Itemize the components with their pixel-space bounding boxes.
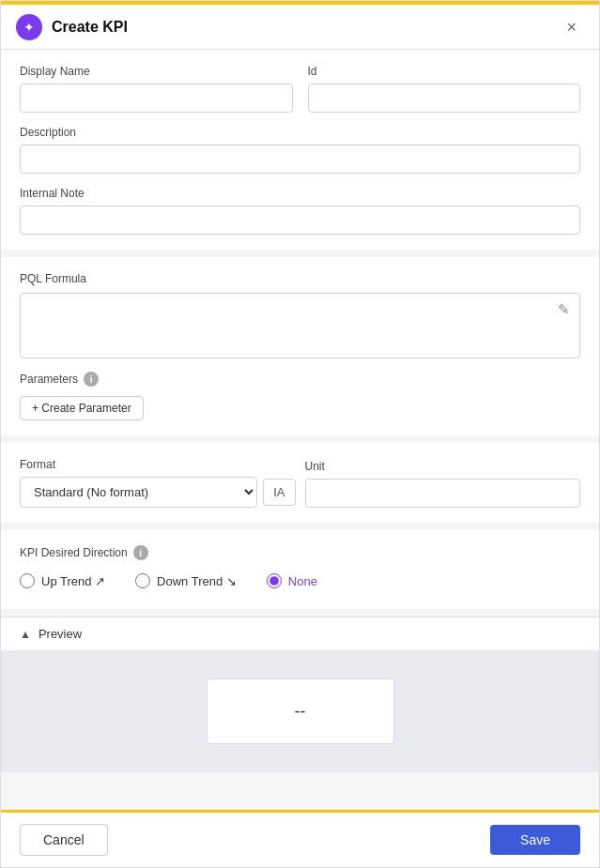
pql-label: PQL Formula <box>20 272 580 285</box>
name-id-row: Display Name Id <box>20 65 580 113</box>
preview-header[interactable]: ▲ Preview <box>1 617 599 650</box>
up-trend-radio[interactable] <box>20 573 35 588</box>
preview-section: ▲ Preview -- <box>1 617 599 772</box>
parameters-label: Parameters <box>20 373 78 386</box>
up-trend-option[interactable]: Up Trend ↗ <box>20 573 105 588</box>
pql-editor-wrapper: ✎ <box>20 293 580 358</box>
modal-title: Create KPI <box>52 19 559 36</box>
pql-edit-button[interactable]: ✎ <box>552 297 576 322</box>
internal-note-input[interactable] <box>20 206 580 235</box>
down-trend-radio[interactable] <box>135 573 150 588</box>
modal-body: Display Name Id Description Internal Not… <box>1 50 599 810</box>
down-trend-option[interactable]: Down Trend ↘ <box>135 573 237 588</box>
none-radio[interactable] <box>267 573 282 588</box>
kpi-icon: ✦ <box>16 14 42 40</box>
unit-label: Unit <box>305 460 581 473</box>
save-button[interactable]: Save <box>490 825 580 855</box>
description-input[interactable] <box>20 145 580 174</box>
internal-note-label: Internal Note <box>20 187 580 200</box>
preview-card: -- <box>207 678 394 744</box>
format-select[interactable]: Standard (No format) Percentage Currency… <box>20 477 257 508</box>
direction-info-icon: i <box>133 545 148 560</box>
format-row: Format Standard (No format) Percentage C… <box>20 458 580 508</box>
close-button[interactable]: × <box>559 15 584 39</box>
cancel-button[interactable]: Cancel <box>20 824 108 856</box>
preview-value: -- <box>295 702 306 722</box>
format-group: Format Standard (No format) Percentage C… <box>20 458 296 508</box>
direction-label: KPI Desired Direction <box>20 546 128 559</box>
preview-chevron-icon: ▲ <box>20 628 31 641</box>
create-kpi-modal: ✦ Create KPI × Display Name Id Descripti… <box>0 0 600 868</box>
direction-options: Up Trend ↗ Down Trend ↘ None <box>20 573 580 594</box>
pql-section: PQL Formula ✎ Parameters i + Create Para… <box>1 257 599 435</box>
description-label: Description <box>20 126 580 139</box>
display-name-label: Display Name <box>20 65 293 78</box>
none-label: None <box>288 574 317 588</box>
none-option[interactable]: None <box>267 573 317 588</box>
up-trend-label: Up Trend ↗ <box>41 574 105 588</box>
down-trend-label: Down Trend ↘ <box>157 574 237 588</box>
display-name-input[interactable] <box>20 84 293 113</box>
preview-label: Preview <box>38 627 82 641</box>
id-input[interactable] <box>308 84 581 113</box>
parameters-info-icon: i <box>84 372 99 387</box>
ia-button[interactable]: IA <box>263 479 295 506</box>
create-parameter-button[interactable]: + Create Parameter <box>20 396 144 420</box>
format-select-wrapper: Standard (No format) Percentage Currency… <box>20 477 296 508</box>
direction-section: KPI Desired Direction i Up Trend ↗ Down … <box>1 530 599 609</box>
preview-canvas: -- <box>1 650 599 772</box>
unit-group: Unit <box>305 460 581 508</box>
internal-note-group: Internal Note <box>20 187 580 235</box>
format-label: Format <box>20 458 296 471</box>
direction-label-row: KPI Desired Direction i <box>20 545 580 560</box>
display-name-group: Display Name <box>20 65 293 113</box>
format-section: Format Standard (No format) Percentage C… <box>1 443 599 523</box>
id-label: Id <box>308 65 581 78</box>
basic-info-section: Display Name Id Description Internal Not… <box>1 50 599 250</box>
description-group: Description <box>20 126 580 174</box>
modal-footer: Cancel Save <box>1 810 599 867</box>
pql-textarea[interactable] <box>21 294 549 350</box>
unit-input[interactable] <box>305 479 581 508</box>
params-row: Parameters i <box>20 372 580 387</box>
id-group: Id <box>308 65 581 113</box>
modal-header: ✦ Create KPI × <box>1 5 599 50</box>
